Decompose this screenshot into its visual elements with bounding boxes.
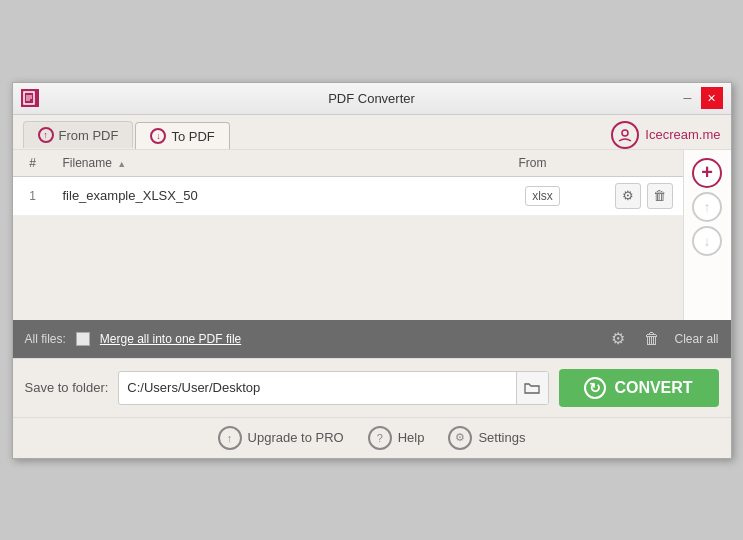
help-icon: ? — [368, 426, 392, 450]
table-main: # Filename ▲ From 1 file_example_XLSX_50… — [13, 150, 683, 320]
minimize-button[interactable]: ─ — [677, 87, 699, 109]
settings-button[interactable]: ⚙ Settings — [448, 426, 525, 450]
save-to-folder-label: Save to folder: — [25, 380, 109, 395]
folder-path-input[interactable] — [119, 374, 515, 401]
all-files-label: All files: — [25, 332, 66, 346]
table-row: 1 file_example_XLSX_50 xlsx ⚙ 🗑 — [13, 177, 683, 216]
save-bar: Save to folder: ↻ CONVERT — [13, 358, 731, 417]
app-icon — [21, 89, 39, 107]
table-header: # Filename ▲ From — [13, 150, 683, 177]
upgrade-button[interactable]: ↑ Upgrade to PRO — [218, 426, 344, 450]
row-from: xlsx — [503, 182, 583, 209]
upgrade-icon: ↑ — [218, 426, 242, 450]
window-title: PDF Converter — [328, 91, 415, 106]
row-num: 1 — [13, 183, 53, 209]
tabs-bar: ↑ From PDF ↓ To PDF Icecream.me — [13, 115, 731, 150]
window-controls: ─ ✕ — [677, 87, 723, 109]
header-filename: Filename ▲ — [53, 150, 483, 176]
main-window: PDF Converter ─ ✕ ↑ From PDF ↓ To PDF — [12, 82, 732, 459]
help-label: Help — [398, 430, 425, 445]
svg-point-4 — [622, 130, 628, 136]
settings-icon: ⚙ — [448, 426, 472, 450]
tab-from-pdf-label: From PDF — [59, 128, 119, 143]
footer-bar: All files: Merge all into one PDF file ⚙… — [13, 320, 731, 358]
browse-folder-button[interactable] — [516, 372, 548, 404]
footer-settings-button[interactable]: ⚙ — [606, 327, 630, 351]
tab-to-pdf[interactable]: ↓ To PDF — [135, 122, 229, 149]
side-buttons: + ↑ ↓ — [683, 150, 731, 320]
convert-button[interactable]: ↻ CONVERT — [559, 369, 719, 407]
row-filename: file_example_XLSX_50 — [53, 182, 503, 209]
profile-area[interactable]: Icecream.me — [611, 121, 720, 149]
settings-label: Settings — [478, 430, 525, 445]
move-up-button[interactable]: ↑ — [692, 192, 722, 222]
from-pdf-icon: ↑ — [38, 127, 54, 143]
help-button[interactable]: ? Help — [368, 426, 425, 450]
footer-delete-button[interactable]: 🗑 — [640, 327, 664, 351]
folder-input-wrap — [118, 371, 548, 405]
tab-to-pdf-label: To PDF — [171, 129, 214, 144]
merge-label[interactable]: Merge all into one PDF file — [100, 332, 241, 346]
merge-checkbox[interactable] — [76, 332, 90, 346]
table-body: 1 file_example_XLSX_50 xlsx ⚙ 🗑 — [13, 177, 683, 320]
header-actions — [583, 150, 683, 176]
bottom-bar: ↑ Upgrade to PRO ? Help ⚙ Settings — [13, 417, 731, 458]
title-bar-left — [21, 89, 39, 107]
tab-from-pdf[interactable]: ↑ From PDF — [23, 121, 134, 148]
close-button[interactable]: ✕ — [701, 87, 723, 109]
header-from: From — [483, 150, 583, 176]
from-badge: xlsx — [525, 186, 560, 206]
move-down-button[interactable]: ↓ — [692, 226, 722, 256]
add-file-button[interactable]: + — [692, 158, 722, 188]
upgrade-label: Upgrade to PRO — [248, 430, 344, 445]
row-actions: ⚙ 🗑 — [583, 177, 683, 215]
convert-icon: ↻ — [584, 377, 606, 399]
profile-icon — [611, 121, 639, 149]
settings-row-button[interactable]: ⚙ — [615, 183, 641, 209]
sort-arrow: ▲ — [117, 159, 126, 169]
header-num: # — [13, 150, 53, 176]
file-table-container: # Filename ▲ From 1 file_example_XLSX_50… — [13, 150, 731, 320]
to-pdf-icon: ↓ — [150, 128, 166, 144]
delete-row-button[interactable]: 🗑 — [647, 183, 673, 209]
clear-all-button[interactable]: Clear all — [674, 332, 718, 346]
profile-label: Icecream.me — [645, 127, 720, 142]
convert-label: CONVERT — [614, 379, 692, 397]
title-bar: PDF Converter ─ ✕ — [13, 83, 731, 115]
tabs: ↑ From PDF ↓ To PDF — [23, 121, 230, 148]
